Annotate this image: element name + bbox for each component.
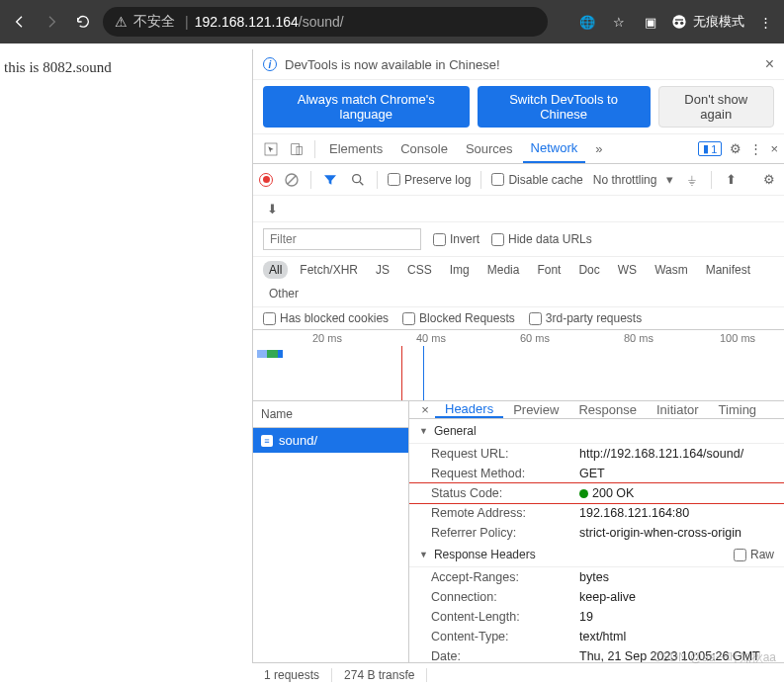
svg-point-1: [675, 22, 678, 25]
waterfall-bar: [257, 350, 283, 358]
gear-icon[interactable]: ⚙: [760, 171, 778, 189]
invert-checkbox[interactable]: Invert: [433, 232, 479, 246]
tab-elements[interactable]: Elements: [321, 134, 391, 163]
filter-input[interactable]: [263, 228, 421, 250]
hide-data-urls-checkbox[interactable]: Hide data URLs: [491, 232, 592, 246]
incognito-badge: 无痕模式: [671, 13, 744, 31]
response-headers-section[interactable]: Response Headers Raw: [409, 543, 784, 567]
tab-timing[interactable]: Timing: [709, 401, 767, 418]
type-doc[interactable]: Doc: [572, 261, 605, 279]
network-toolbar: Preserve log Disable cache No throttling…: [253, 164, 784, 196]
locale-banner: i DevTools is now available in Chinese! …: [253, 49, 784, 80]
translate-icon[interactable]: 🌐: [576, 11, 598, 33]
clear-icon[interactable]: [283, 171, 301, 189]
raw-checkbox[interactable]: Raw: [734, 548, 774, 561]
issues-badge[interactable]: ▮ 1: [698, 141, 722, 156]
type-js[interactable]: JS: [370, 261, 395, 279]
address-bar[interactable]: ⚠ 不安全 | 192.168.121.164/sound/: [103, 7, 548, 37]
reload-button[interactable]: [71, 10, 95, 34]
type-css[interactable]: CSS: [401, 261, 438, 279]
forward-button[interactable]: [40, 10, 63, 34]
svg-point-2: [680, 22, 683, 25]
search-icon[interactable]: [349, 171, 367, 189]
type-other[interactable]: Other: [263, 285, 305, 302]
browser-toolbar: ⚠ 不安全 | 192.168.121.164/sound/ 🌐 ☆ ▣ 无痕模…: [0, 0, 784, 43]
warning-icon: ⚠: [115, 14, 128, 30]
status-dot-icon: [579, 489, 588, 498]
svg-point-7: [353, 174, 361, 182]
upload-icon[interactable]: ⬆: [722, 171, 740, 189]
tab-network[interactable]: Network: [523, 134, 586, 163]
menu-icon[interactable]: ⋮: [754, 11, 776, 33]
type-font[interactable]: Font: [531, 261, 566, 279]
url-path: /sound/: [299, 14, 344, 30]
close-banner-icon[interactable]: ×: [765, 55, 774, 73]
blocked-cookies-checkbox[interactable]: Has blocked cookies: [263, 311, 389, 325]
tab-response[interactable]: Response: [568, 401, 647, 418]
close-devtools-icon[interactable]: ×: [770, 141, 778, 156]
tab-preview[interactable]: Preview: [503, 401, 568, 418]
switch-language-button[interactable]: Switch DevTools to Chinese: [478, 86, 651, 128]
type-img[interactable]: Img: [444, 261, 476, 279]
throttling-select[interactable]: No throttling: [593, 173, 657, 187]
incognito-icon: [671, 14, 687, 30]
tab-headers[interactable]: Headers: [435, 401, 503, 418]
svg-point-0: [672, 15, 685, 28]
transfer-size: 274 B transfe: [332, 668, 427, 682]
tab-initiator[interactable]: Initiator: [647, 401, 709, 418]
svg-rect-4: [292, 143, 300, 154]
general-section[interactable]: General: [409, 419, 784, 444]
kebab-icon[interactable]: ⋮: [749, 141, 762, 156]
status-row: Status Code:200 OK: [409, 483, 784, 503]
waterfall[interactable]: 20 ms 40 ms 60 ms 80 ms 100 ms: [253, 330, 784, 401]
disable-cache-checkbox[interactable]: Disable cache: [491, 173, 582, 187]
type-all[interactable]: All: [263, 261, 288, 279]
type-fetch[interactable]: Fetch/XHR: [294, 261, 364, 279]
back-button[interactable]: [8, 10, 32, 34]
blocked-requests-checkbox[interactable]: Blocked Requests: [402, 311, 515, 325]
panel-icon[interactable]: ▣: [640, 11, 661, 33]
preserve-log-checkbox[interactable]: Preserve log: [388, 173, 471, 187]
request-item[interactable]: ≡ sound/: [253, 428, 408, 453]
match-language-button[interactable]: Always match Chrome's language: [263, 86, 470, 128]
tab-sources[interactable]: Sources: [458, 134, 521, 163]
request-list: Name ≡ sound/: [253, 401, 409, 686]
download-icon[interactable]: ⬇: [263, 200, 281, 217]
gear-icon[interactable]: ⚙: [730, 141, 741, 156]
url-host: 192.168.121.164: [195, 14, 299, 30]
bookmark-icon[interactable]: ☆: [608, 11, 630, 33]
info-icon: i: [263, 57, 277, 71]
devtools-panel: i DevTools is now available in Chinese! …: [252, 49, 784, 686]
watermark: CSDN @aa一叶知秋aa: [653, 649, 776, 666]
device-icon[interactable]: [285, 141, 308, 157]
type-ws[interactable]: WS: [612, 261, 643, 279]
tabs-overflow[interactable]: »: [587, 134, 610, 163]
filter-icon[interactable]: [321, 171, 339, 189]
tab-console[interactable]: Console: [392, 134, 456, 163]
wifi-icon[interactable]: ⏚: [683, 171, 701, 189]
type-wasm[interactable]: Wasm: [649, 261, 694, 279]
type-filter-row: All Fetch/XHR JS CSS Img Media Font Doc …: [253, 257, 784, 307]
page-body-text: this is 8082.sound: [0, 49, 252, 86]
chevron-down-icon[interactable]: ▾: [666, 172, 673, 187]
name-column-header[interactable]: Name: [253, 401, 408, 428]
request-detail: × Headers Preview Response Initiator Tim…: [409, 401, 784, 686]
devtools-tabs: Elements Console Sources Network » ▮ 1 ⚙…: [253, 134, 784, 164]
dont-show-button[interactable]: Don't show again: [658, 86, 775, 128]
close-detail-icon[interactable]: ×: [415, 402, 435, 417]
type-media[interactable]: Media: [481, 261, 526, 279]
third-party-checkbox[interactable]: 3rd-party requests: [529, 311, 642, 325]
requests-count: 1 requests: [252, 668, 332, 682]
type-manifest[interactable]: Manifest: [700, 261, 756, 279]
record-button[interactable]: [259, 173, 273, 187]
inspect-icon[interactable]: [259, 141, 283, 157]
security-label: 不安全: [133, 13, 175, 31]
doc-icon: ≡: [261, 435, 273, 447]
